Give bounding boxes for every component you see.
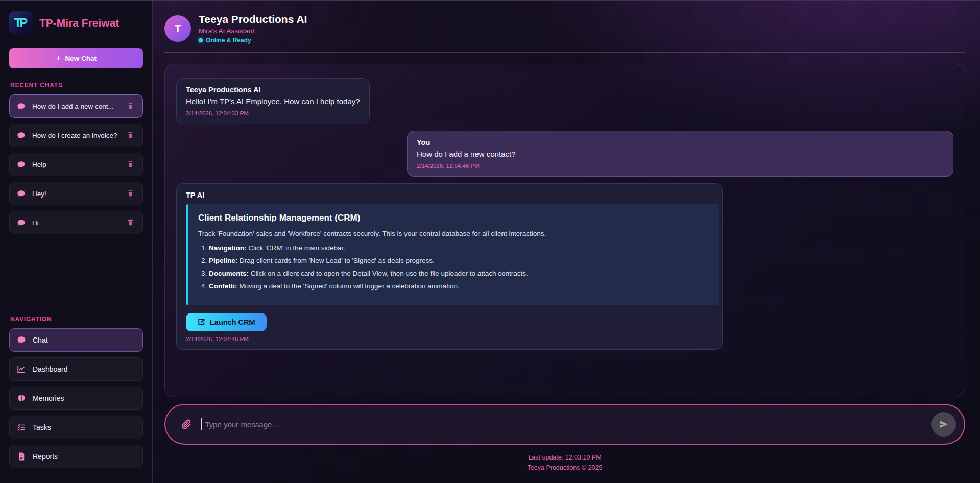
chat-bubble-icon xyxy=(17,160,26,169)
recent-chats-heading: RECENT CHATS xyxy=(10,82,143,89)
crm-step: Documents: Click on a client card to ope… xyxy=(209,270,709,277)
crm-step-label: Confetti: xyxy=(209,282,237,290)
launch-crm-label: Launch CRM xyxy=(210,318,255,326)
crm-step-text: Click on a client card to open the Detai… xyxy=(251,270,528,277)
crm-step-label: Pipeline: xyxy=(209,257,237,264)
app-title: TP-Mira Freiwat xyxy=(39,17,119,29)
launch-crm-button[interactable]: Launch CRM xyxy=(186,313,267,331)
messages-panel: Teeya Productions AI Hello! I'm TP's AI … xyxy=(164,64,965,397)
trash-icon xyxy=(127,189,134,197)
recent-chat-label: How do I add a new cont... xyxy=(32,103,119,110)
chat-bubble-icon xyxy=(17,102,26,111)
crm-steps-list: Navigation: Click 'CRM' in the main side… xyxy=(209,244,709,290)
message-timestamp: 2/14/2026, 12:04:46 PM xyxy=(186,336,713,342)
recent-chat-label: Help xyxy=(32,161,119,168)
sidebar-item-label: Chat xyxy=(33,336,135,344)
message-timestamp: 2/14/2026, 12:04:33 PM xyxy=(186,110,360,116)
sidebar-spacer xyxy=(9,240,143,316)
attach-file-button[interactable] xyxy=(179,417,194,432)
new-chat-button[interactable]: + New Chat xyxy=(9,48,143,68)
crm-card-title: Client Relationship Management (CRM) xyxy=(198,213,709,223)
message-sender: You xyxy=(417,138,944,147)
navigation-heading: NAVIGATION xyxy=(10,316,143,323)
main-area: T Teeya Productions AI Mira's AI Assista… xyxy=(153,1,980,483)
checklist-icon xyxy=(17,423,26,432)
trash-icon xyxy=(127,102,134,110)
assistant-message: Teeya Productions AI Hello! I'm TP's AI … xyxy=(176,78,370,124)
message-input-bar xyxy=(164,404,965,445)
text-cursor xyxy=(201,418,202,430)
sidebar-item-dashboard[interactable]: Dashboard xyxy=(9,357,143,381)
recent-chat-item[interactable]: Hey! xyxy=(9,182,143,205)
chat-header-text: Teeya Productions AI Mira's AI Assistant… xyxy=(199,13,307,44)
document-icon xyxy=(17,452,26,461)
crm-step: Confetti: Moving a deal to the 'Signed' … xyxy=(209,282,709,290)
sidebar: TP TP-Mira Freiwat + New Chat RECENT CHA… xyxy=(0,1,153,483)
message-timestamp: 2/14/2026, 12:04:46 PM xyxy=(417,163,944,169)
send-button[interactable] xyxy=(931,412,956,437)
trash-icon xyxy=(127,160,134,168)
delete-chat-button[interactable] xyxy=(126,159,135,171)
recent-chat-item[interactable]: Hi xyxy=(9,211,143,234)
message-sender: Teeya Productions AI xyxy=(186,86,360,94)
sidebar-item-tasks[interactable]: Tasks xyxy=(9,416,143,439)
trash-icon xyxy=(127,131,134,139)
sidebar-item-label: Reports xyxy=(33,452,135,461)
chat-icon xyxy=(17,335,26,345)
sidebar-item-reports[interactable]: Reports xyxy=(9,445,143,468)
status-badge: Online & Ready xyxy=(206,37,251,44)
trash-icon xyxy=(127,218,134,226)
message-input[interactable] xyxy=(204,420,930,429)
crm-step-text: Click 'CRM' in the main sidebar. xyxy=(248,244,345,252)
line-chart-icon xyxy=(17,365,26,374)
message-text: How do I add a new contact? xyxy=(417,150,944,158)
sidebar-item-label: Tasks xyxy=(33,423,135,431)
delete-chat-button[interactable] xyxy=(126,130,135,141)
delete-chat-button[interactable] xyxy=(126,188,135,200)
paperclip-icon xyxy=(181,419,192,430)
delete-chat-button[interactable] xyxy=(126,101,135,112)
message-text: Hello! I'm TP's AI Employee. How can I h… xyxy=(186,97,360,106)
page-title: Teeya Productions AI xyxy=(199,13,307,26)
recent-chat-item[interactable]: Help xyxy=(9,153,143,176)
brain-icon xyxy=(17,394,26,403)
crm-info-card: Client Relationship Management (CRM) Tra… xyxy=(186,204,719,305)
app-logo-row: TP TP-Mira Freiwat xyxy=(9,11,143,35)
sidebar-item-label: Dashboard xyxy=(33,365,135,373)
assistant-message-crm: TP AI Client Relationship Management (CR… xyxy=(176,183,723,350)
online-status-dot xyxy=(199,38,203,42)
user-message: You How do I add a new contact? 2/14/202… xyxy=(407,131,953,177)
external-link-icon xyxy=(197,318,205,326)
crm-step-label: Documents: xyxy=(209,270,249,277)
crm-step-text: Drag client cards from 'New Lead' to 'Si… xyxy=(240,257,435,264)
message-sender: TP AI xyxy=(186,191,713,199)
crm-step-label: Navigation: xyxy=(209,244,247,252)
new-chat-label: New Chat xyxy=(65,55,97,62)
status-row: Online & Ready xyxy=(199,37,307,44)
crm-step-text: Moving a deal to the 'Signed' column wil… xyxy=(239,282,459,290)
crm-step: Pipeline: Drag client cards from 'New Le… xyxy=(209,257,709,264)
delete-chat-button[interactable] xyxy=(126,217,135,229)
crm-card-description: Track 'Foundation' sales and 'Workforce'… xyxy=(198,230,709,237)
app-logo: TP xyxy=(9,11,33,35)
app-window: TP TP-Mira Freiwat + New Chat RECENT CHA… xyxy=(0,1,980,483)
crm-step: Navigation: Click 'CRM' in the main side… xyxy=(209,244,709,252)
chat-bubble-icon xyxy=(17,131,26,140)
footer: Last update: 12:03:10 PM Teeya Productio… xyxy=(164,445,965,483)
sidebar-item-chat[interactable]: Chat xyxy=(9,328,143,352)
recent-chat-item[interactable]: How do I create an invoice? xyxy=(9,124,143,147)
chat-bubble-icon xyxy=(17,219,26,227)
paper-plane-icon xyxy=(939,419,949,429)
sidebar-item-label: Memories xyxy=(33,394,135,402)
assistant-subtitle: Mira's AI Assistant xyxy=(199,27,307,35)
recent-chat-label: Hey! xyxy=(32,190,119,198)
recent-chat-label: How do I create an invoice? xyxy=(32,132,119,139)
recent-chat-item[interactable]: How do I add a new cont... xyxy=(9,94,143,118)
recent-chat-label: Hi xyxy=(32,219,119,227)
sidebar-item-memories[interactable]: Memories xyxy=(9,387,143,410)
last-update-text: Last update: 12:03:10 PM xyxy=(164,453,965,463)
assistant-avatar: T xyxy=(164,15,191,42)
copyright-text: Teeya Productions © 2025 xyxy=(164,463,965,473)
chat-header: T Teeya Productions AI Mira's AI Assista… xyxy=(164,1,965,53)
plus-icon: + xyxy=(56,54,61,63)
